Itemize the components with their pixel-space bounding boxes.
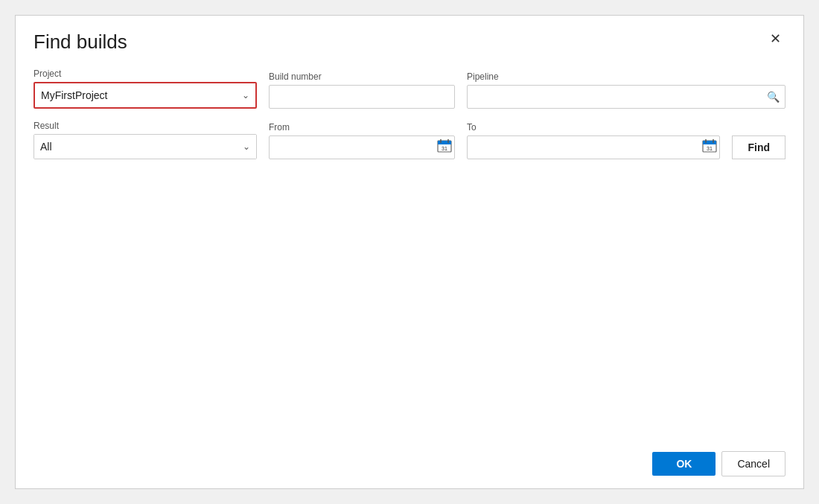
pipeline-group: Pipeline 🔍 bbox=[467, 71, 785, 109]
pipeline-input-wrapper: 🔍 bbox=[467, 85, 785, 109]
find-button[interactable]: Find bbox=[732, 135, 785, 159]
from-date-wrapper: 31 bbox=[269, 135, 455, 159]
form-row-2: Result All Succeeded Failed Canceled ⌄ F… bbox=[34, 121, 785, 159]
from-date-label: From bbox=[269, 122, 455, 133]
dialog-header: Find builds ✕ bbox=[16, 16, 803, 61]
result-group: Result All Succeeded Failed Canceled ⌄ bbox=[34, 121, 257, 159]
dialog-footer: OK Cancel bbox=[16, 439, 803, 488]
ok-button[interactable]: OK bbox=[652, 452, 716, 476]
result-label: Result bbox=[34, 121, 257, 131]
project-select[interactable]: MyFirstProject Project2 Project3 bbox=[35, 83, 255, 107]
form-row-1: Project MyFirstProject Project2 Project3… bbox=[34, 68, 785, 109]
dialog-body: Project MyFirstProject Project2 Project3… bbox=[16, 61, 803, 439]
project-group: Project MyFirstProject Project2 Project3… bbox=[34, 68, 257, 109]
close-button[interactable]: ✕ bbox=[765, 31, 785, 47]
project-label: Project bbox=[34, 68, 257, 79]
result-select-wrapper: All Succeeded Failed Canceled ⌄ bbox=[34, 134, 257, 159]
from-date-group: From 31 bbox=[269, 122, 455, 159]
build-number-input[interactable] bbox=[269, 85, 455, 109]
pipeline-input[interactable] bbox=[467, 85, 785, 109]
pipeline-label: Pipeline bbox=[467, 71, 785, 82]
build-number-group: Build number bbox=[269, 71, 455, 109]
to-date-label: To bbox=[467, 122, 720, 133]
cancel-button[interactable]: Cancel bbox=[721, 451, 785, 476]
find-builds-dialog: Find builds ✕ Project MyFirstProject Pro… bbox=[15, 15, 804, 489]
build-number-label: Build number bbox=[269, 71, 455, 82]
dialog-title: Find builds bbox=[34, 31, 127, 54]
from-date-input[interactable] bbox=[269, 135, 455, 159]
to-date-group: To 31 bbox=[467, 122, 720, 159]
project-select-wrapper: MyFirstProject Project2 Project3 ⌄ bbox=[34, 82, 257, 109]
to-date-wrapper: 31 bbox=[467, 135, 720, 159]
to-date-input[interactable] bbox=[467, 135, 720, 159]
result-select[interactable]: All Succeeded Failed Canceled bbox=[34, 135, 256, 159]
